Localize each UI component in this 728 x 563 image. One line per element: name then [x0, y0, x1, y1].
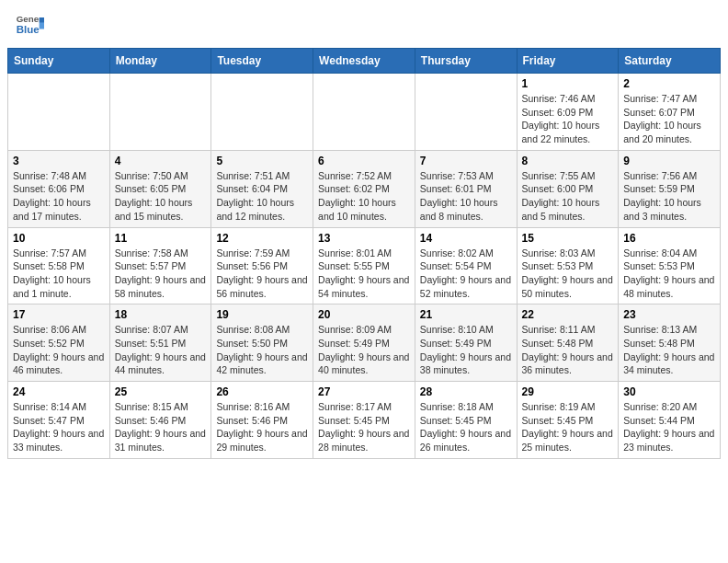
calendar-cell: 2Sunrise: 7:47 AM Sunset: 6:07 PM Daylig…: [619, 74, 721, 151]
calendar-cell: 11Sunrise: 7:58 AM Sunset: 5:57 PM Dayli…: [109, 227, 211, 304]
weekday-col-wednesday: Wednesday: [313, 49, 415, 74]
calendar-cell: 26Sunrise: 8:16 AM Sunset: 5:46 PM Dayli…: [211, 382, 313, 459]
calendar-cell: 9Sunrise: 7:56 AM Sunset: 5:59 PM Daylig…: [619, 150, 721, 227]
day-number: 7: [420, 155, 512, 167]
day-info: Sunrise: 7:47 AM Sunset: 6:07 PM Dayligh…: [623, 92, 715, 146]
day-info: Sunrise: 8:20 AM Sunset: 5:44 PM Dayligh…: [623, 400, 715, 454]
day-info: Sunrise: 8:09 AM Sunset: 5:49 PM Dayligh…: [318, 323, 410, 377]
calendar-cell: [109, 74, 211, 151]
calendar-cell: 27Sunrise: 8:17 AM Sunset: 5:45 PM Dayli…: [313, 382, 415, 459]
day-number: 10: [13, 232, 105, 245]
day-info: Sunrise: 7:59 AM Sunset: 5:56 PM Dayligh…: [216, 247, 308, 301]
calendar-cell: 10Sunrise: 7:57 AM Sunset: 5:58 PM Dayli…: [8, 227, 110, 304]
calendar-cell: 13Sunrise: 8:01 AM Sunset: 5:55 PM Dayli…: [313, 227, 415, 304]
day-number: 26: [216, 385, 308, 398]
calendar-wrapper: SundayMondayTuesdayWednesdayThursdayFrid…: [0, 48, 728, 466]
day-number: 29: [522, 385, 614, 398]
day-number: 20: [318, 308, 410, 321]
day-number: 24: [13, 385, 105, 398]
calendar-cell: 30Sunrise: 8:20 AM Sunset: 5:44 PM Dayli…: [619, 382, 721, 459]
day-number: 8: [522, 155, 614, 167]
calendar-body: 1Sunrise: 7:46 AM Sunset: 6:09 PM Daylig…: [8, 74, 721, 459]
day-info: Sunrise: 8:01 AM Sunset: 5:55 PM Dayligh…: [318, 247, 410, 301]
day-info: Sunrise: 7:57 AM Sunset: 5:58 PM Dayligh…: [13, 247, 105, 301]
weekday-header-row: SundayMondayTuesdayWednesdayThursdayFrid…: [8, 49, 721, 74]
weekday-col-friday: Friday: [517, 49, 619, 74]
day-info: Sunrise: 7:56 AM Sunset: 5:59 PM Dayligh…: [623, 169, 715, 224]
day-info: Sunrise: 8:03 AM Sunset: 5:53 PM Dayligh…: [522, 247, 614, 301]
day-number: 2: [623, 77, 715, 90]
calendar-cell: [415, 74, 517, 151]
calendar-cell: [211, 74, 313, 151]
calendar-cell: 16Sunrise: 8:04 AM Sunset: 5:53 PM Dayli…: [619, 227, 721, 304]
calendar-cell: 25Sunrise: 8:15 AM Sunset: 5:46 PM Dayli…: [109, 382, 211, 459]
page-header: General Blue: [0, 0, 728, 48]
calendar-cell: 12Sunrise: 7:59 AM Sunset: 5:56 PM Dayli…: [211, 227, 313, 304]
day-info: Sunrise: 8:16 AM Sunset: 5:46 PM Dayligh…: [216, 400, 308, 454]
day-info: Sunrise: 7:48 AM Sunset: 6:06 PM Dayligh…: [13, 169, 105, 224]
calendar-cell: 28Sunrise: 8:18 AM Sunset: 5:45 PM Dayli…: [415, 382, 517, 459]
day-number: 11: [115, 232, 207, 245]
week-row-4: 24Sunrise: 8:14 AM Sunset: 5:47 PM Dayli…: [8, 382, 721, 459]
calendar-cell: [313, 74, 415, 151]
svg-text:Blue: Blue: [17, 24, 40, 35]
day-info: Sunrise: 8:08 AM Sunset: 5:50 PM Dayligh…: [216, 323, 308, 377]
calendar-cell: 21Sunrise: 8:10 AM Sunset: 5:49 PM Dayli…: [415, 304, 517, 382]
calendar-cell: [8, 74, 110, 151]
logo: General Blue: [15, 11, 44, 40]
day-info: Sunrise: 7:58 AM Sunset: 5:57 PM Dayligh…: [115, 247, 207, 301]
day-number: 4: [115, 155, 207, 167]
day-info: Sunrise: 8:07 AM Sunset: 5:51 PM Dayligh…: [115, 323, 207, 377]
day-info: Sunrise: 8:13 AM Sunset: 5:48 PM Dayligh…: [623, 323, 715, 377]
day-info: Sunrise: 7:53 AM Sunset: 6:01 PM Dayligh…: [420, 169, 512, 224]
day-info: Sunrise: 8:04 AM Sunset: 5:53 PM Dayligh…: [623, 247, 715, 301]
day-info: Sunrise: 7:50 AM Sunset: 6:05 PM Dayligh…: [115, 169, 207, 224]
day-info: Sunrise: 8:10 AM Sunset: 5:49 PM Dayligh…: [420, 323, 512, 377]
week-row-3: 17Sunrise: 8:06 AM Sunset: 5:52 PM Dayli…: [8, 304, 721, 382]
week-row-1: 3Sunrise: 7:48 AM Sunset: 6:06 PM Daylig…: [8, 150, 721, 227]
day-number: 3: [13, 155, 105, 167]
day-number: 23: [623, 308, 715, 321]
day-info: Sunrise: 8:18 AM Sunset: 5:45 PM Dayligh…: [420, 400, 512, 454]
calendar-cell: 4Sunrise: 7:50 AM Sunset: 6:05 PM Daylig…: [109, 150, 211, 227]
calendar-cell: 7Sunrise: 7:53 AM Sunset: 6:01 PM Daylig…: [415, 150, 517, 227]
day-number: 28: [420, 385, 512, 398]
day-info: Sunrise: 7:55 AM Sunset: 6:00 PM Dayligh…: [522, 169, 614, 224]
day-number: 13: [318, 232, 410, 245]
day-number: 1: [522, 77, 614, 90]
calendar-table: SundayMondayTuesdayWednesdayThursdayFrid…: [7, 48, 721, 459]
logo-icon: General Blue: [15, 11, 44, 40]
calendar-cell: 22Sunrise: 8:11 AM Sunset: 5:48 PM Dayli…: [517, 304, 619, 382]
day-info: Sunrise: 8:14 AM Sunset: 5:47 PM Dayligh…: [13, 400, 105, 454]
day-number: 17: [13, 308, 105, 321]
calendar-cell: 17Sunrise: 8:06 AM Sunset: 5:52 PM Dayli…: [8, 304, 110, 382]
day-info: Sunrise: 7:51 AM Sunset: 6:04 PM Dayligh…: [216, 169, 308, 224]
day-number: 25: [115, 385, 207, 398]
calendar-cell: 1Sunrise: 7:46 AM Sunset: 6:09 PM Daylig…: [517, 74, 619, 151]
weekday-col-monday: Monday: [109, 49, 211, 74]
calendar-cell: 18Sunrise: 8:07 AM Sunset: 5:51 PM Dayli…: [109, 304, 211, 382]
day-number: 22: [522, 308, 614, 321]
day-info: Sunrise: 8:17 AM Sunset: 5:45 PM Dayligh…: [318, 400, 410, 454]
day-info: Sunrise: 8:11 AM Sunset: 5:48 PM Dayligh…: [522, 323, 614, 377]
day-number: 9: [623, 155, 715, 167]
day-number: 18: [115, 308, 207, 321]
day-info: Sunrise: 7:52 AM Sunset: 6:02 PM Dayligh…: [318, 169, 410, 224]
weekday-col-sunday: Sunday: [8, 49, 110, 74]
calendar-cell: 14Sunrise: 8:02 AM Sunset: 5:54 PM Dayli…: [415, 227, 517, 304]
calendar-cell: 23Sunrise: 8:13 AM Sunset: 5:48 PM Dayli…: [619, 304, 721, 382]
day-number: 15: [522, 232, 614, 245]
calendar-cell: 6Sunrise: 7:52 AM Sunset: 6:02 PM Daylig…: [313, 150, 415, 227]
calendar-cell: 15Sunrise: 8:03 AM Sunset: 5:53 PM Dayli…: [517, 227, 619, 304]
day-number: 30: [623, 385, 715, 398]
calendar-cell: 19Sunrise: 8:08 AM Sunset: 5:50 PM Dayli…: [211, 304, 313, 382]
day-info: Sunrise: 8:15 AM Sunset: 5:46 PM Dayligh…: [115, 400, 207, 454]
day-number: 19: [216, 308, 308, 321]
calendar-cell: 3Sunrise: 7:48 AM Sunset: 6:06 PM Daylig…: [8, 150, 110, 227]
day-info: Sunrise: 8:06 AM Sunset: 5:52 PM Dayligh…: [13, 323, 105, 377]
day-number: 21: [420, 308, 512, 321]
svg-marker-4: [40, 22, 44, 29]
day-number: 12: [216, 232, 308, 245]
calendar-cell: 8Sunrise: 7:55 AM Sunset: 6:00 PM Daylig…: [517, 150, 619, 227]
calendar-cell: 5Sunrise: 7:51 AM Sunset: 6:04 PM Daylig…: [211, 150, 313, 227]
